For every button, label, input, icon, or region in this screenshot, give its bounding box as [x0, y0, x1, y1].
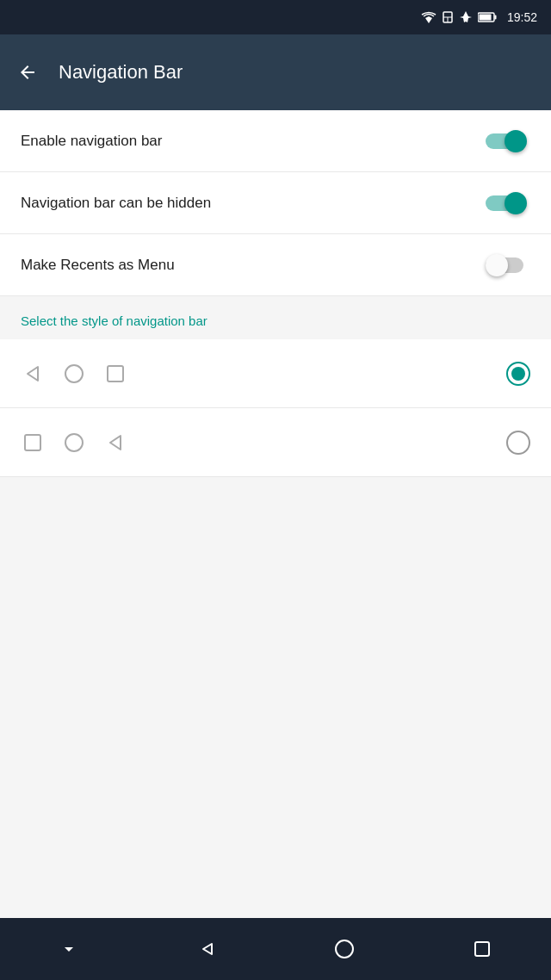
style-option-1[interactable] — [0, 339, 551, 408]
content-spacer — [0, 477, 551, 918]
circle-icon-2 — [62, 431, 86, 455]
setting-row-nav-hidden: Navigation bar can be hidden — [0, 172, 551, 234]
style-1-radio[interactable] — [506, 362, 530, 386]
bottom-nav-recents[interactable] — [472, 939, 492, 959]
svg-rect-10 — [25, 435, 40, 450]
setting-row-enable-nav: Enable navigation bar — [0, 110, 551, 172]
bottom-nav-home[interactable] — [334, 939, 355, 959]
style-2-radio[interactable] — [506, 431, 530, 455]
svg-marker-0 — [425, 16, 432, 23]
square-icon-2 — [21, 431, 45, 455]
style-2-icons — [21, 431, 127, 455]
square-icon-1 — [103, 362, 127, 386]
enable-nav-toggle[interactable] — [486, 128, 530, 154]
svg-point-14 — [336, 940, 353, 958]
sim-icon — [442, 11, 454, 23]
svg-rect-15 — [475, 942, 489, 956]
enable-nav-label: Enable navigation bar — [21, 133, 162, 150]
enable-nav-thumb — [505, 130, 527, 152]
style-section-header: Select the style of navigation bar — [0, 296, 551, 339]
bottom-nav — [0, 918, 551, 980]
app-bar-title: Navigation Bar — [59, 61, 183, 84]
svg-marker-13 — [203, 944, 212, 954]
back-triangle-icon-2 — [103, 431, 127, 455]
recents-menu-label: Make Recents as Menu — [21, 257, 175, 274]
recents-menu-thumb — [486, 254, 508, 276]
svg-marker-7 — [28, 367, 38, 381]
nav-hidden-toggle[interactable] — [486, 190, 530, 216]
nav-hidden-thumb — [505, 192, 527, 214]
style-header-text: Select the style of navigation bar — [21, 313, 207, 328]
battery-icon — [478, 12, 497, 22]
status-time: 19:52 — [507, 10, 537, 24]
style-1-icons — [21, 362, 127, 386]
wifi-icon — [421, 11, 436, 23]
content: Enable navigation bar Navigation bar can… — [0, 110, 551, 918]
nav-hidden-label: Navigation bar can be hidden — [21, 195, 211, 212]
bottom-nav-back[interactable] — [196, 939, 217, 959]
back-triangle-icon-1 — [21, 362, 45, 386]
circle-icon-1 — [62, 362, 86, 386]
app-bar: Navigation Bar — [0, 34, 551, 110]
recents-menu-toggle[interactable] — [486, 252, 530, 278]
bottom-nav-notifications[interactable] — [59, 939, 79, 959]
style-option-2[interactable] — [0, 408, 551, 477]
svg-point-8 — [65, 365, 83, 382]
setting-row-recents-menu: Make Recents as Menu — [0, 234, 551, 296]
back-button[interactable] — [17, 62, 38, 83]
svg-rect-6 — [479, 15, 491, 21]
svg-rect-9 — [108, 366, 123, 381]
svg-point-11 — [65, 434, 83, 451]
svg-rect-5 — [494, 16, 496, 20]
airplane-icon — [459, 10, 473, 24]
status-bar: 19:52 — [0, 0, 551, 34]
status-icons — [421, 10, 497, 24]
svg-marker-12 — [110, 436, 121, 450]
